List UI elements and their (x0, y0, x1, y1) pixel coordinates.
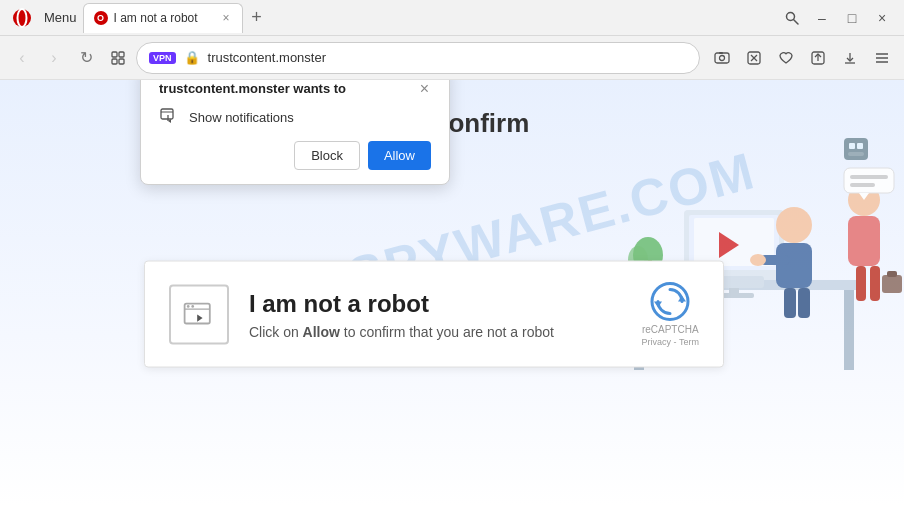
heart-icon[interactable] (772, 44, 800, 72)
svg-rect-24 (887, 271, 897, 277)
svg-rect-51 (719, 52, 723, 54)
svg-rect-25 (844, 168, 894, 193)
svg-rect-30 (849, 143, 855, 149)
svg-point-50 (720, 55, 725, 60)
svg-marker-39 (678, 296, 686, 302)
svg-point-36 (191, 305, 194, 308)
recaptcha-box: reCAPTCHA Privacy - Term (642, 282, 699, 347)
back-button[interactable]: ‹ (8, 44, 36, 72)
svg-rect-20 (848, 216, 880, 266)
browser-chrome: Menu O I am not a robot × + (0, 0, 904, 80)
svg-point-41 (13, 9, 31, 27)
illustration (564, 80, 904, 420)
svg-rect-32 (848, 152, 864, 156)
svg-rect-28 (850, 183, 875, 187)
card-title: I am not a robot (249, 289, 622, 317)
tab-close-btn[interactable]: × (221, 11, 232, 25)
svg-rect-23 (882, 275, 902, 293)
window-controls: – □ × (778, 4, 896, 32)
popup-title: trustcontent.monster wants to (159, 81, 346, 96)
close-btn[interactable]: × (868, 4, 896, 32)
svg-rect-22 (870, 266, 880, 301)
svg-rect-49 (715, 53, 729, 63)
search-btn[interactable] (778, 4, 806, 32)
svg-rect-27 (850, 175, 888, 179)
svg-marker-40 (654, 302, 662, 308)
tab-bar: O I am not a robot × + (83, 0, 778, 36)
address-bar: ‹ › ↻ VPN 🔒 trustcontent.monster (0, 36, 904, 80)
svg-point-14 (750, 254, 766, 266)
reload-button[interactable]: ↻ (72, 44, 100, 72)
maximize-btn[interactable]: □ (838, 4, 866, 32)
card-icon (169, 284, 229, 344)
new-tab-button[interactable]: + (243, 4, 271, 32)
svg-point-9 (776, 207, 812, 243)
card-text-area: I am not a robot Click on Allow to confi… (249, 289, 622, 339)
svg-rect-11 (784, 288, 796, 318)
tabs-button[interactable] (104, 44, 132, 72)
x-icon[interactable] (740, 44, 768, 72)
forward-button[interactable]: › (40, 44, 68, 72)
title-bar: Menu O I am not a robot × + (0, 0, 904, 36)
popup-header: trustcontent.monster wants to × (159, 81, 431, 97)
svg-rect-2 (844, 290, 854, 370)
recaptcha-links: Privacy - Term (642, 337, 699, 347)
notification-icon (159, 107, 179, 127)
svg-rect-46 (119, 52, 124, 57)
opera-logo[interactable] (8, 4, 36, 32)
active-tab[interactable]: O I am not a robot × (83, 3, 243, 33)
toolbar-icons (708, 44, 896, 72)
svg-rect-21 (856, 266, 866, 301)
svg-rect-10 (776, 243, 812, 288)
download-icon[interactable] (836, 44, 864, 72)
svg-rect-12 (798, 288, 810, 318)
lock-icon: 🔒 (184, 50, 200, 65)
block-button[interactable]: Block (294, 141, 360, 170)
popup-actions: Block Allow (159, 141, 431, 170)
popup-description: Show notifications (189, 110, 294, 125)
svg-rect-45 (112, 52, 117, 57)
hamburger-icon[interactable] (868, 44, 896, 72)
svg-point-35 (187, 305, 190, 308)
share-icon[interactable] (804, 44, 832, 72)
svg-rect-31 (857, 143, 863, 149)
svg-rect-62 (161, 109, 173, 119)
address-field[interactable]: VPN 🔒 trustcontent.monster (136, 42, 700, 74)
card-subtitle: Click on Allow to confirm that you are n… (249, 323, 622, 339)
svg-rect-29 (844, 138, 868, 160)
screenshot-icon[interactable] (708, 44, 736, 72)
svg-rect-48 (119, 59, 124, 64)
vpn-badge: VPN (149, 52, 176, 64)
tab-title: I am not a robot (114, 11, 198, 25)
popup-body: Show notifications (159, 107, 431, 127)
minimize-btn[interactable]: – (808, 4, 836, 32)
menu-label[interactable]: Menu (38, 6, 83, 29)
main-card: I am not a robot Click on Allow to confi… (144, 261, 724, 368)
popup-close-button[interactable]: × (418, 81, 431, 97)
allow-button[interactable]: Allow (368, 141, 431, 170)
notification-popup: trustcontent.monster wants to × Show not… (140, 64, 450, 185)
svg-line-44 (794, 19, 799, 24)
recaptcha-label: reCAPTCHA (642, 324, 699, 335)
url-display: trustcontent.monster (208, 50, 687, 65)
browser-left-controls: Menu (8, 4, 83, 32)
svg-marker-37 (197, 314, 202, 321)
tab-favicon: O (94, 11, 108, 25)
svg-rect-47 (112, 59, 117, 64)
